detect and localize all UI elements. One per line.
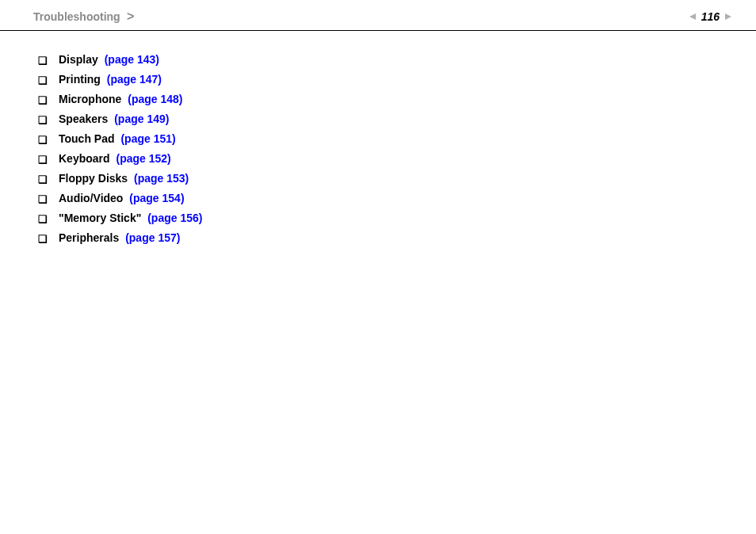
content-list: ❏ Display (page 143) ❏ Printing (page 14…: [0, 31, 756, 244]
bullet-icon: ❏: [38, 194, 48, 204]
item-page-link[interactable]: (page 154): [129, 192, 184, 204]
item-label: Audio/Video: [59, 192, 123, 204]
next-page-arrow-icon[interactable]: [724, 13, 732, 21]
bullet-icon: ❏: [38, 75, 48, 86]
svg-marker-1: [725, 13, 731, 20]
item-label: Keyboard: [59, 152, 110, 165]
list-item: ❏ Microphone (page 148): [38, 93, 756, 105]
bullet-icon: ❏: [38, 95, 48, 105]
list-item: ❏ Peripherals (page 157): [38, 231, 756, 244]
item-page-link[interactable]: (page 147): [107, 73, 162, 86]
svg-marker-0: [689, 13, 696, 20]
list-item: ❏ Printing (page 147): [38, 73, 756, 86]
item-label: Microphone: [59, 93, 121, 105]
bullet-icon: ❏: [38, 55, 48, 66]
page-header: Troubleshooting > 116: [0, 0, 756, 31]
breadcrumb-separator: >: [127, 10, 134, 23]
bullet-icon: ❏: [38, 174, 48, 185]
breadcrumb: Troubleshooting >: [33, 10, 134, 24]
item-label: Printing: [59, 73, 101, 86]
breadcrumb-label[interactable]: Troubleshooting: [33, 10, 120, 23]
item-page-link[interactable]: (page 153): [134, 172, 189, 185]
item-label: Speakers: [59, 113, 108, 125]
item-page-link[interactable]: (page 148): [128, 93, 182, 105]
item-page-link[interactable]: (page 157): [125, 231, 180, 244]
bullet-icon: ❏: [38, 115, 48, 125]
item-label: Floppy Disks: [59, 172, 128, 185]
item-label: "Memory Stick": [59, 212, 141, 224]
list-item: ❏ Touch Pad (page 151): [38, 132, 756, 145]
prev-page-arrow-icon[interactable]: [689, 13, 697, 21]
item-page-link[interactable]: (page 152): [116, 152, 170, 165]
list-item: ❏ Audio/Video (page 154): [38, 192, 756, 204]
list-item: ❏ "Memory Stick" (page 156): [38, 212, 756, 224]
page-number: 116: [701, 10, 720, 23]
page-navigation: 116: [689, 10, 740, 23]
list-item: ❏ Speakers (page 149): [38, 113, 756, 125]
bullet-icon: ❏: [38, 214, 48, 224]
bullet-icon: ❏: [38, 234, 48, 244]
item-page-link[interactable]: (page 149): [114, 113, 169, 125]
item-label: Display: [59, 53, 98, 66]
bullet-icon: ❏: [38, 135, 48, 145]
list-item: ❏ Floppy Disks (page 153): [38, 172, 756, 185]
item-page-link[interactable]: (page 156): [147, 212, 202, 224]
item-label: Touch Pad: [59, 132, 115, 145]
list-item: ❏ Display (page 143): [38, 53, 756, 66]
item-label: Peripherals: [59, 231, 119, 244]
bullet-icon: ❏: [38, 154, 48, 165]
list-item: ❏ Keyboard (page 152): [38, 152, 756, 165]
item-page-link[interactable]: (page 143): [105, 53, 159, 66]
item-page-link[interactable]: (page 151): [120, 132, 175, 145]
